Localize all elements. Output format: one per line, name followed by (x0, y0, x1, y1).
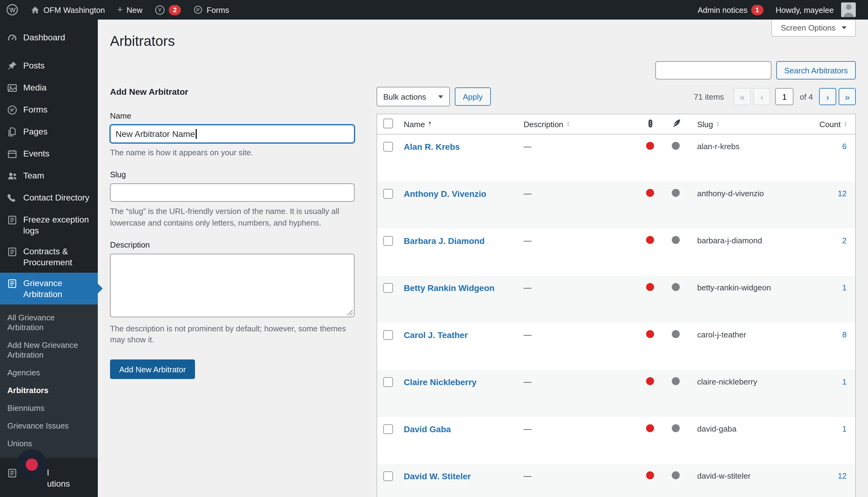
last-page-button[interactable]: » (839, 88, 856, 105)
content-columns: Add New Arbitrator Name The name is how … (98, 87, 868, 497)
admin-bar-right: Admin notices 1 Howdy, mayelee (691, 0, 868, 19)
select-all-checkbox[interactable] (383, 118, 393, 128)
apply-button[interactable]: Apply (455, 87, 490, 106)
arbitrator-name-link[interactable]: Anthony D. Vivenzio (404, 188, 486, 198)
arbitrator-name-link[interactable]: Alan R. Krebs (404, 142, 460, 152)
submenu-item-bienniums[interactable]: Bienniums (0, 400, 98, 417)
form-heading: Add New Arbitrator (110, 87, 355, 97)
submenu-item-add-new-grievance-arbitration[interactable]: Add New Grievance Arbitration (0, 337, 98, 364)
row-checkbox[interactable] (383, 188, 393, 198)
sidebar-item-forms[interactable]: Forms (0, 99, 98, 121)
description-textarea[interactable] (110, 253, 355, 317)
description-cell: — (517, 370, 640, 416)
count-link[interactable]: 6 (842, 142, 846, 151)
slug-help-text: The “slug” is the URL-friendly version o… (110, 206, 355, 229)
add-new-arbitrator-button[interactable]: Add New Arbitrator (110, 359, 195, 379)
sidebar-item-team[interactable]: Team (0, 165, 98, 187)
sidebar-item-label: Freeze exception logs (23, 214, 93, 236)
site-name-menu[interactable]: OFM Washington (25, 0, 111, 19)
sidebar-item-events[interactable]: Events (0, 143, 98, 165)
list-icon (6, 246, 18, 258)
sidebar-item-posts[interactable]: Posts (0, 55, 98, 77)
row-checkbox[interactable] (383, 424, 393, 434)
yoast-seo-menu[interactable]: Y 2 (148, 0, 187, 19)
table-navigation: Bulk actions Apply 71 items « ‹ of 4 › » (376, 87, 856, 106)
admin-notices-menu[interactable]: Admin notices 1 (691, 0, 769, 19)
sidebar-item-partially-hidden[interactable]: l utions (0, 462, 98, 494)
pushpin-icon (6, 60, 18, 72)
gray-status-dot (671, 471, 680, 479)
list-icon (6, 214, 18, 226)
bulk-actions-select[interactable]: Bulk actions (376, 87, 450, 106)
count-link[interactable]: 1 (842, 424, 846, 433)
count-link[interactable]: 12 (838, 188, 846, 198)
slug-cell: david-w-stiteler (691, 464, 813, 497)
forms-menu[interactable]: Forms (187, 0, 235, 19)
grievance-arbitration-submenu: All Grievance Arbitration Add New Grieva… (0, 304, 98, 458)
count-link[interactable]: 2 (842, 236, 846, 245)
recording-indicator[interactable] (16, 449, 47, 480)
wordpress-logo-menu[interactable] (0, 0, 25, 19)
media-icon (6, 82, 18, 94)
arbitrator-name-link[interactable]: Betty Rankin Widgeon (404, 283, 495, 293)
arbitrator-name-link[interactable]: Barbara J. Diamond (404, 236, 485, 245)
user-avatar (841, 2, 856, 17)
resize-handle-icon[interactable] (346, 309, 353, 315)
slug-cell: carol-j-teather (691, 323, 813, 370)
sidebar-item-dashboard[interactable]: Dashboard (0, 27, 98, 49)
gray-status-dot (671, 424, 680, 432)
previous-page-button: ‹ (753, 88, 770, 105)
count-link[interactable]: 1 (842, 283, 846, 292)
row-checkbox[interactable] (383, 283, 393, 293)
sidebar-item-freeze-exception-logs[interactable]: Freeze exception logs (0, 209, 98, 241)
sort-by-count-header[interactable]: Count ▲▼ (820, 119, 847, 129)
row-checkbox[interactable] (383, 236, 393, 245)
search-arbitrators-button[interactable]: Search Arbitrators (776, 61, 856, 80)
sort-by-description-header[interactable]: Description ▲▼ (524, 119, 570, 129)
arbitrator-name-link[interactable]: Claire Nickleberry (404, 377, 476, 387)
name-input[interactable] (110, 125, 355, 143)
sidebar-item-contact-directory[interactable]: Contact Directory (0, 187, 98, 209)
my-account-menu[interactable]: Howdy, mayelee (770, 0, 862, 19)
sidebar-item-pages[interactable]: Pages (0, 121, 98, 143)
sidebar-item-grievance-arbitration[interactable]: Grievance Arbitration (0, 273, 98, 304)
bulk-actions-group: Bulk actions Apply (376, 87, 490, 106)
submenu-item-arbitrators[interactable]: Arbitrators (0, 382, 98, 400)
yoast-icon: Y (155, 4, 165, 15)
row-checkbox[interactable] (383, 377, 393, 387)
arbitrator-name-link[interactable]: David Gaba (404, 424, 451, 434)
search-input[interactable] (655, 61, 771, 80)
row-checkbox[interactable] (383, 142, 393, 152)
submenu-item-agencies[interactable]: Agencies (0, 364, 98, 382)
count-link[interactable]: 1 (842, 377, 846, 386)
submenu-item-unions[interactable]: Unions (0, 435, 98, 453)
items-count: 71 items (694, 92, 724, 101)
screen-options-toggle[interactable]: Screen Options (772, 19, 856, 37)
count-link[interactable]: 8 (842, 330, 846, 339)
submenu-item-all-grievance-arbitration[interactable]: All Grievance Arbitration (0, 309, 98, 337)
count-link[interactable]: 12 (838, 471, 846, 480)
current-page-input[interactable] (775, 88, 794, 105)
sort-by-name-header[interactable]: Name ▲▼ (404, 119, 431, 129)
arbitrator-name-link[interactable]: Carol J. Teather (404, 330, 468, 340)
sidebar-item-label: Posts (23, 60, 45, 71)
submenu-item-grievance-issues[interactable]: Grievance Issues (0, 417, 98, 435)
add-arbitrator-form: Add New Arbitrator Name The name is how … (110, 87, 355, 497)
description-cell: — (517, 275, 640, 323)
text-caret (196, 129, 197, 139)
gravity-forms-icon (6, 104, 18, 116)
sort-by-slug-header[interactable]: Slug ▲▼ (697, 119, 720, 129)
table-row: Anthony D. Vivenzio — anthony-d-vivenzio… (377, 181, 855, 228)
row-checkbox[interactable] (383, 330, 393, 340)
slug-input[interactable] (110, 183, 355, 202)
name-column-label: Name (404, 119, 425, 129)
arbitrator-name-link[interactable]: David W. Stiteler (404, 471, 471, 481)
row-checkbox[interactable] (383, 471, 393, 481)
slug-cell: barbara-j-diamond (691, 228, 813, 275)
sidebar-item-cba[interactable]: CBA (0, 494, 98, 497)
chevron-down-icon (438, 95, 443, 98)
new-content-menu[interactable]: + New (111, 0, 148, 19)
sidebar-item-media[interactable]: Media (0, 77, 98, 99)
next-page-button[interactable]: › (819, 88, 836, 105)
sidebar-item-contracts-procurement[interactable]: Contracts & Procurement (0, 241, 98, 273)
